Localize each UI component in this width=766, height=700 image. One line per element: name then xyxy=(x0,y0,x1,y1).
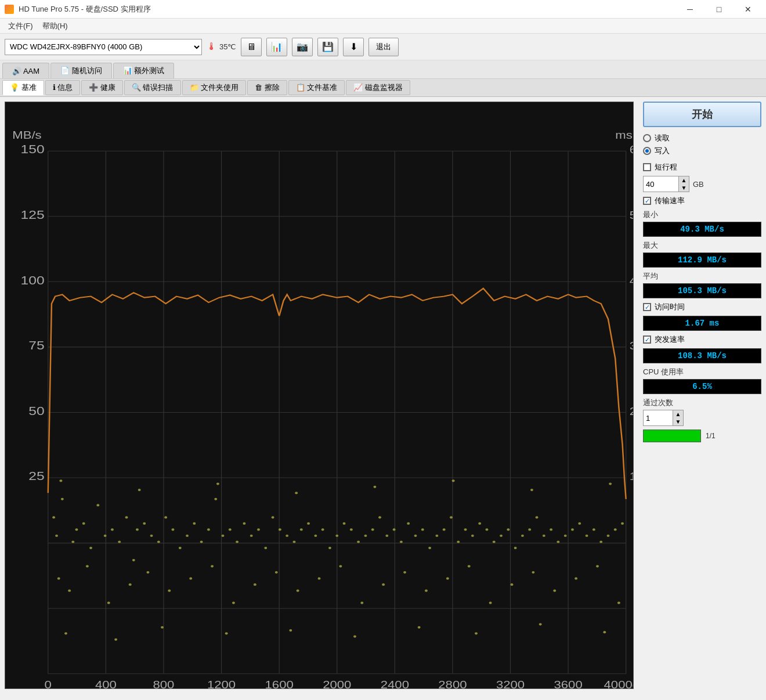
menu-file[interactable]: 文件(F) xyxy=(3,20,38,33)
exit-button[interactable]: 退出 xyxy=(368,38,399,56)
read-radio-circle xyxy=(643,134,651,142)
tab-file-benchmark[interactable]: 📋 文件基准 xyxy=(288,80,345,95)
svg-point-125 xyxy=(607,535,610,537)
transfer-rate-checkbox xyxy=(643,197,651,205)
svg-text:1600: 1600 xyxy=(265,679,294,688)
read-label: 读取 xyxy=(655,133,670,143)
title-controls: ─ □ ✕ xyxy=(677,1,761,18)
svg-point-53 xyxy=(96,504,99,506)
svg-point-90 xyxy=(357,540,360,543)
svg-point-74 xyxy=(243,522,245,525)
svg-point-138 xyxy=(254,583,256,586)
svg-point-56 xyxy=(118,540,121,543)
burst-rate-checkbox-item[interactable]: 突发速率 xyxy=(643,334,761,345)
svg-point-50 xyxy=(75,528,78,531)
close-button[interactable]: ✕ xyxy=(735,1,761,18)
svg-point-150 xyxy=(511,583,514,586)
minimize-button[interactable]: ─ xyxy=(677,1,703,18)
progress-bar xyxy=(643,430,701,442)
svg-point-62 xyxy=(157,540,160,543)
pass-count-input[interactable] xyxy=(644,410,673,425)
svg-point-135 xyxy=(189,578,192,580)
svg-point-71 xyxy=(222,535,225,537)
cpu-value: 6.5% xyxy=(643,379,761,394)
min-value: 49.3 MB/s xyxy=(643,222,761,237)
svg-point-129 xyxy=(68,590,71,592)
tab-benchmark[interactable]: 💡 基准 xyxy=(2,80,44,95)
spinner-up[interactable]: ▲ xyxy=(678,176,689,184)
toolbar-btn-4[interactable]: 💾 xyxy=(317,38,338,56)
spinner-down[interactable]: ▼ xyxy=(678,184,689,192)
svg-point-142 xyxy=(339,565,342,567)
svg-point-161 xyxy=(353,635,356,637)
tab-disk-monitor[interactable]: 📈 磁盘监视器 xyxy=(346,80,410,95)
tab-health[interactable]: ➕ 健康 xyxy=(81,80,123,95)
tab-error-scan[interactable]: 🔍 错误扫描 xyxy=(124,80,181,95)
max-value: 112.9 MB/s xyxy=(643,252,761,268)
svg-point-158 xyxy=(161,626,164,629)
svg-text:MB/s: MB/s xyxy=(12,129,41,141)
start-button[interactable]: 开始 xyxy=(643,102,761,127)
write-radio-circle xyxy=(643,147,651,155)
read-radio[interactable]: 读取 xyxy=(643,133,761,143)
avg-value: 105.3 MB/s xyxy=(643,283,761,298)
svg-point-127 xyxy=(621,522,624,525)
short-range-input[interactable] xyxy=(644,176,678,192)
tab-erase[interactable]: 🗑 擦除 xyxy=(247,80,287,95)
toolbar-btn-5[interactable]: ⬇ xyxy=(343,38,364,56)
title-bar: HD Tune Pro 5.75 - 硬盘/SSD 实用程序 ─ □ ✕ xyxy=(0,0,766,19)
svg-point-168 xyxy=(216,482,219,485)
short-range-row: ▲ ▼ GB xyxy=(643,176,761,192)
svg-text:6.00: 6.00 xyxy=(630,143,633,156)
pass-spinner-up[interactable]: ▲ xyxy=(673,410,683,418)
tab-folder-usage[interactable]: 📁 文件夹使用 xyxy=(182,80,247,95)
svg-text:1.00: 1.00 xyxy=(630,470,633,482)
progress-row: 1/1 xyxy=(643,430,761,442)
tab-info[interactable]: ℹ 信息 xyxy=(45,80,81,95)
transfer-rate-checkbox-item[interactable]: 传输速率 xyxy=(643,196,761,206)
tab-extra-test[interactable]: 📊 额外测试 xyxy=(113,63,175,78)
svg-text:125: 125 xyxy=(21,208,45,222)
svg-point-154 xyxy=(596,565,599,567)
svg-point-152 xyxy=(553,590,556,592)
svg-text:1200: 1200 xyxy=(207,679,236,688)
pass-count-section: 通过次数 ▲ ▼ xyxy=(643,398,761,426)
svg-point-107 xyxy=(478,522,481,525)
svg-point-91 xyxy=(364,535,367,537)
toolbar: WDC WD42EJRX-89BFNY0 (4000 GB) 🌡 35℃ 🖥 📊… xyxy=(0,34,766,60)
svg-point-100 xyxy=(428,547,431,549)
short-range-checkbox-item[interactable]: 短行程 xyxy=(643,162,761,172)
svg-point-59 xyxy=(136,528,139,531)
svg-point-151 xyxy=(532,571,534,573)
svg-text:2.00: 2.00 xyxy=(630,405,633,417)
cpu-label: CPU 使用率 xyxy=(643,367,761,377)
disk-selector[interactable]: WDC WD42EJRX-89BFNY0 (4000 GB) xyxy=(5,39,202,55)
svg-point-167 xyxy=(138,489,141,491)
svg-point-173 xyxy=(609,482,612,485)
svg-point-49 xyxy=(71,540,74,543)
svg-text:50: 50 xyxy=(28,403,44,417)
access-time-checkbox xyxy=(643,303,651,311)
svg-text:400: 400 xyxy=(95,679,117,688)
svg-point-54 xyxy=(104,535,107,537)
tab-random-access[interactable]: 📄 随机访问 xyxy=(50,63,112,78)
toolbar-btn-3[interactable]: 📷 xyxy=(292,38,313,56)
svg-point-87 xyxy=(335,535,338,537)
menu-help[interactable]: 帮助(H) xyxy=(38,20,73,33)
svg-text:ms: ms xyxy=(615,129,632,141)
svg-point-102 xyxy=(443,528,446,531)
svg-point-84 xyxy=(314,535,317,537)
tab-aam[interactable]: 🔊 AAM xyxy=(2,63,49,78)
progress-bar-inner xyxy=(644,430,700,442)
svg-point-166 xyxy=(59,479,62,482)
svg-point-122 xyxy=(586,535,588,537)
maximize-button[interactable]: □ xyxy=(706,1,732,18)
pass-spinner-down[interactable]: ▼ xyxy=(673,418,683,425)
temperature-badge: 🌡 35℃ xyxy=(207,41,236,53)
write-radio[interactable]: 写入 xyxy=(643,146,761,156)
access-time-checkbox-item[interactable]: 访问时间 xyxy=(643,302,761,312)
toolbar-btn-1[interactable]: 🖥 xyxy=(241,38,262,56)
max-label: 最大 xyxy=(643,240,761,251)
svg-text:4000gB: 4000gB xyxy=(604,679,633,688)
toolbar-btn-2[interactable]: 📊 xyxy=(266,38,287,56)
